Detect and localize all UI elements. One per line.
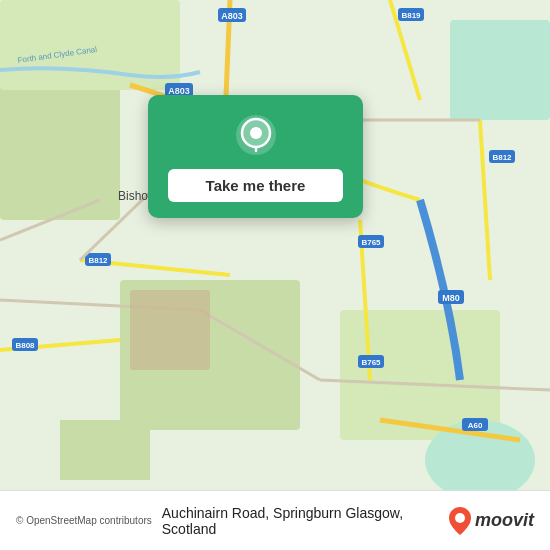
svg-text:B812: B812	[492, 153, 512, 162]
location-pin-icon	[234, 113, 278, 157]
svg-point-49	[455, 513, 465, 523]
moovit-brand-text: moovit	[475, 510, 534, 531]
map-container: Forth and Clyde Canal A803 A803 B819 B81…	[0, 0, 550, 490]
svg-text:B812: B812	[88, 256, 108, 265]
svg-text:B819: B819	[401, 11, 421, 20]
svg-rect-5	[450, 20, 550, 120]
location-card: Take me there	[148, 95, 363, 218]
svg-point-48	[250, 127, 262, 139]
svg-text:B765: B765	[361, 238, 381, 247]
svg-rect-44	[130, 290, 210, 370]
svg-text:A60: A60	[468, 421, 483, 430]
take-me-there-button[interactable]: Take me there	[168, 169, 343, 202]
svg-rect-7	[60, 420, 150, 480]
svg-text:M80: M80	[442, 293, 460, 303]
moovit-pin-icon	[449, 507, 471, 535]
svg-text:B808: B808	[15, 341, 35, 350]
moovit-logo: moovit	[449, 507, 534, 535]
location-info: Auchinairn Road, Springburn Glasgow, Sco…	[162, 505, 439, 537]
svg-text:A803: A803	[221, 11, 243, 21]
osm-attribution: © OpenStreetMap contributors	[16, 515, 152, 526]
bottom-bar: © OpenStreetMap contributors Auchinairn …	[0, 490, 550, 550]
svg-text:B765: B765	[361, 358, 381, 367]
